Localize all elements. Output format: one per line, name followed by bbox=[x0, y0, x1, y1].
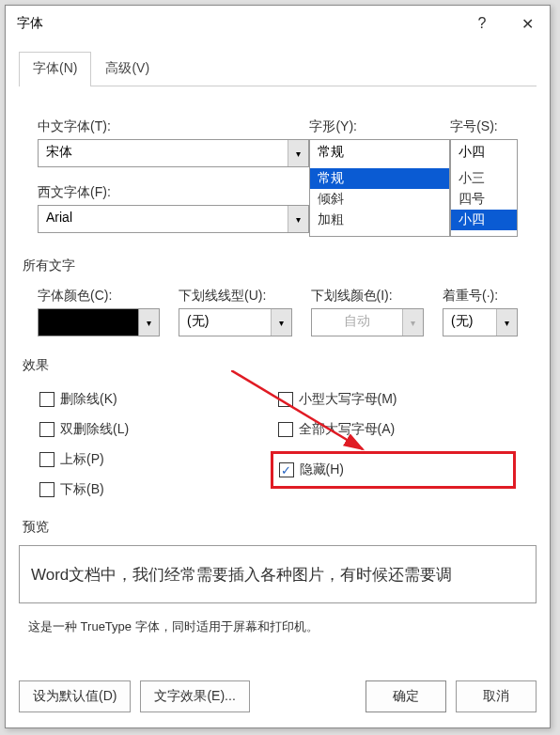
help-button[interactable]: ? bbox=[459, 6, 505, 41]
cb-small-caps[interactable]: 小型大写字母(M) bbox=[278, 391, 517, 408]
font-color-dropdown[interactable]: ▾ bbox=[38, 308, 160, 336]
label-all-text: 所有文字 bbox=[23, 258, 537, 274]
label-font-color: 字体颜色(C): bbox=[38, 288, 160, 305]
color-swatch bbox=[39, 309, 138, 336]
tab-font[interactable]: 字体(N) bbox=[19, 52, 91, 86]
set-default-button[interactable]: 设为默认值(D) bbox=[19, 680, 131, 712]
style-combo[interactable]: 常规 常规 倾斜 加粗 bbox=[309, 139, 450, 237]
size-list[interactable]: 小三 四号 小四 bbox=[451, 168, 517, 236]
emphasis-value: (无) bbox=[443, 309, 496, 336]
list-item[interactable]: 常规 bbox=[310, 168, 449, 189]
label-underline-color: 下划线颜色(I): bbox=[311, 288, 425, 305]
preview-box: Word文档中，我们经常需要插入各种图片，有时候还需要调 bbox=[19, 545, 537, 603]
label-preview: 预览 bbox=[23, 519, 537, 536]
size-value: 小四 bbox=[451, 140, 517, 168]
underline-color-value: 自动 bbox=[312, 309, 403, 336]
chevron-down-icon: ▾ bbox=[402, 309, 423, 336]
west-font-dropdown[interactable]: Arial ▾ bbox=[38, 205, 309, 233]
font-dialog: 字体 ? ✕ 字体(N) 高级(V) 中文字体(T): 宋体 ▾ 西文字体(F)… bbox=[5, 5, 551, 728]
emphasis-dropdown[interactable]: (无) ▾ bbox=[443, 308, 518, 336]
cn-font-value: 宋体 bbox=[39, 140, 288, 166]
label-effects: 效果 bbox=[23, 357, 537, 374]
label-cn-font: 中文字体(T): bbox=[38, 118, 309, 135]
label-underline-style: 下划线线型(U): bbox=[179, 288, 292, 305]
style-value: 常规 bbox=[310, 140, 449, 168]
dialog-title: 字体 bbox=[17, 15, 43, 32]
list-item[interactable]: 加粗 bbox=[310, 210, 449, 230]
list-item[interactable]: 四号 bbox=[451, 189, 517, 210]
cb-superscript[interactable]: 上标(P) bbox=[39, 451, 278, 468]
preview-note: 这是一种 TrueType 字体，同时适用于屏幕和打印机。 bbox=[28, 618, 537, 635]
text-effects-button[interactable]: 文字效果(E)... bbox=[140, 680, 249, 712]
cb-hidden[interactable]: 隐藏(H) bbox=[279, 461, 461, 478]
ok-button[interactable]: 确定 bbox=[366, 680, 446, 712]
underline-color-dropdown: 自动 ▾ bbox=[311, 308, 425, 336]
chevron-down-icon[interactable]: ▾ bbox=[271, 309, 291, 336]
label-size: 字号(S): bbox=[450, 118, 518, 135]
underline-style-value: (无) bbox=[179, 309, 271, 336]
cb-strikethrough[interactable]: 删除线(K) bbox=[39, 391, 278, 408]
label-style: 字形(Y): bbox=[309, 118, 450, 135]
highlight-box: 隐藏(H) bbox=[271, 451, 517, 489]
cb-double-strikethrough[interactable]: 双删除线(L) bbox=[39, 421, 278, 438]
chevron-down-icon[interactable]: ▾ bbox=[288, 206, 308, 232]
cb-all-caps[interactable]: 全部大写字母(A) bbox=[278, 421, 517, 438]
chevron-down-icon[interactable]: ▾ bbox=[288, 140, 308, 166]
close-button[interactable]: ✕ bbox=[505, 6, 550, 41]
underline-style-dropdown[interactable]: (无) ▾ bbox=[179, 308, 292, 336]
chevron-down-icon[interactable]: ▾ bbox=[138, 309, 159, 336]
label-emphasis: 着重号(·): bbox=[443, 288, 518, 305]
list-item[interactable]: 小三 bbox=[451, 168, 517, 189]
effects-right: 小型大写字母(M) 全部大写字母(A) 隐藏(H) bbox=[278, 391, 517, 498]
label-west-font: 西文字体(F): bbox=[38, 184, 309, 201]
preview-text: Word文档中，我们经常需要插入各种图片，有时候还需要调 bbox=[31, 564, 452, 586]
cancel-button[interactable]: 取消 bbox=[456, 680, 537, 712]
cn-font-dropdown[interactable]: 宋体 ▾ bbox=[38, 139, 309, 167]
chevron-down-icon[interactable]: ▾ bbox=[496, 309, 517, 336]
size-combo[interactable]: 小四 小三 四号 小四 bbox=[450, 139, 518, 237]
tab-advanced[interactable]: 高级(V) bbox=[91, 52, 163, 86]
west-font-value: Arial bbox=[39, 206, 288, 232]
titlebar: 字体 ? ✕ bbox=[6, 6, 550, 41]
effects-left: 删除线(K) 双删除线(L) 上标(P) 下标(B) bbox=[39, 391, 278, 498]
list-item[interactable]: 小四 bbox=[451, 210, 517, 230]
cb-subscript[interactable]: 下标(B) bbox=[39, 481, 278, 498]
style-list[interactable]: 常规 倾斜 加粗 bbox=[310, 168, 449, 236]
list-item[interactable]: 倾斜 bbox=[310, 189, 449, 210]
footer: 设为默认值(D) 文字效果(E)... 确定 取消 bbox=[6, 667, 550, 727]
tab-bar: 字体(N) 高级(V) bbox=[19, 51, 537, 86]
